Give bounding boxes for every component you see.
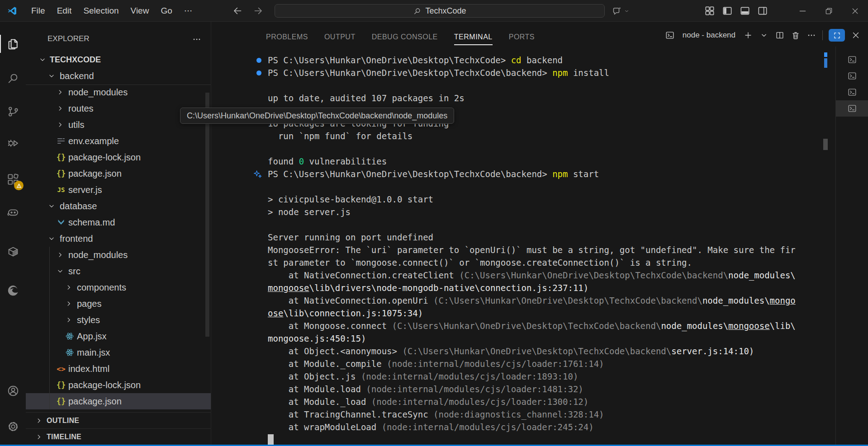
explorer-more-actions-icon[interactable] [192,34,202,44]
terminal-tab-4[interactable] [836,100,868,117]
tree-item-node_modules[interactable]: node_modules [26,84,211,100]
activity-source-control[interactable] [0,101,26,122]
sidebar-scrollbar[interactable] [205,93,209,337]
terminal-tab-2[interactable] [836,68,868,84]
section-timeline[interactable]: TIMELINE [26,428,211,445]
close-panel-icon[interactable] [851,30,861,40]
split-terminal-icon[interactable] [775,30,785,40]
tree-item-server.js[interactable]: JSserver.js [26,182,211,198]
activity-settings[interactable] [0,416,26,437]
menu-more[interactable]: ⋯ [178,0,199,22]
activity-search[interactable] [0,67,26,89]
customize-layout-icon[interactable] [704,5,716,17]
terminal-content[interactable]: PS C:\Users\Hunkar\OneDrive\Desktop\Tech… [212,47,835,446]
panel-tab-terminal[interactable]: TERMINAL [454,28,493,47]
command-decoration-icon[interactable] [256,70,261,75]
file-link[interactable]: mongo [770,296,796,305]
terminal-cursor [268,434,274,445]
file-link[interactable]: mongoose [728,321,770,331]
terminal-line: at NativeConnection.createClient (C:\Use… [212,269,835,282]
activity-copilot[interactable] [0,202,26,223]
menu-file[interactable]: File [25,0,51,22]
terminal-picker-icon[interactable] [759,30,769,40]
terminal-tab-3[interactable] [836,84,868,100]
activity-explorer[interactable] [0,33,26,55]
terminal-tab-1[interactable] [836,52,868,68]
file-link[interactable]: ose [268,308,283,318]
activity-accounts[interactable] [0,380,26,402]
tree-item-label: node_modules [68,247,128,263]
title-bar: FileEditSelectionViewGo⋯ TechxCode [0,0,868,22]
activity-containers[interactable] [0,241,26,263]
tree-item-label: routes [68,100,94,117]
terminal-text: (C:\Users\Hunkar\OneDrive\Desktop\TechxC… [433,296,702,305]
activity-edge-tools[interactable] [0,280,26,301]
tree-item-label: package.json [68,165,122,182]
menu-selection[interactable]: Selection [77,0,124,22]
tree-item-node_modules[interactable]: node_modules [26,247,211,263]
menu-go[interactable]: Go [155,0,178,22]
activity-run-and-debug[interactable] [0,132,26,154]
tree-item-schema.md[interactable]: schema.md [26,214,211,230]
toggle-secondary-sidebar-icon[interactable] [757,5,768,17]
terminal-text: run `npm fund` for details [268,131,413,141]
menu-view[interactable]: View [125,0,155,22]
restore-panel-size-button[interactable] [829,29,845,42]
tree-item-label: server.js [68,182,102,198]
tree-item-database[interactable]: database [26,198,211,214]
json-file-icon: {} [56,380,66,390]
tree-item-package.json[interactable]: {}package.json [26,165,211,182]
tree-item-index.html[interactable]: <>index.html [26,361,211,377]
copilot-menu[interactable] [612,4,630,18]
toggle-primary-sidebar-icon[interactable] [721,5,733,17]
tree-item-package-lock.json[interactable]: {}package-lock.json [26,377,211,393]
tree-item-components[interactable]: components [26,279,211,296]
back-arrow-icon[interactable] [232,5,243,17]
panel-tab-debug-console[interactable]: DEBUG CONSOLE [372,28,438,47]
tree-item-src[interactable]: src [26,263,211,279]
minimize-button[interactable] [789,0,816,22]
tree-root[interactable]: TECHXCODE [26,52,211,68]
toggle-panel-icon[interactable] [739,5,751,17]
tree-item-package-lock.json[interactable]: {}package-lock.json [26,149,211,165]
tree-item-main.jsx[interactable]: main.jsx [26,344,211,361]
tree-item-pages[interactable]: pages [26,296,211,312]
react-file-icon [65,331,75,341]
section-outline[interactable]: OUTLINE [26,412,211,428]
panel-tab-output[interactable]: OUTPUT [324,28,356,47]
tree-item-package.json[interactable]: {}package.json [26,393,211,409]
tree-item-backend[interactable]: backend [26,68,211,84]
path-tooltip: C:\Users\Hunkar\OneDrive\Desktop\TechxCo… [180,108,454,124]
terminal-text: at TracingChannel.traceSync [268,409,433,419]
restore-button[interactable] [816,0,842,22]
panel-tab-ports[interactable]: PORTS [509,28,535,47]
command-decoration-icon[interactable] [256,58,261,63]
menu-edit[interactable]: Edit [51,0,78,22]
tree-item-frontend[interactable]: frontend [26,230,211,247]
tree-item-App.jsx[interactable]: App.jsx [26,328,211,344]
panel-tab-problems[interactable]: PROBLEMS [266,28,308,47]
close-window-button[interactable] [842,0,868,22]
file-link[interactable]: mongoose [268,283,309,293]
more-actions-icon[interactable] [806,30,816,40]
terminal-line: PS C:\Users\Hunkar\OneDrive\Desktop\Tech… [212,66,835,79]
terminal-text: at Object.<anonymous> [268,346,402,356]
new-terminal-icon[interactable] [743,30,753,40]
terminal-scrollbar[interactable] [823,139,828,150]
terminal-line: Server running on port undefined [212,231,835,244]
tree-item-env.example[interactable]: env.example [26,133,211,149]
tree-item-styles[interactable]: styles [26,312,211,328]
section-label: OUTLINE [47,413,79,429]
command-center-search[interactable]: TechxCode [275,4,605,18]
terminal-line [212,218,835,231]
terminal-text: MongooseError: The `uri` parameter to `o… [268,245,796,255]
forward-arrow-icon[interactable] [252,5,264,17]
bottom-panel: PROBLEMSOUTPUTDEBUG CONSOLETERMINALPORTS… [212,22,868,446]
terminal-text: (C:\Users\Hunkar\OneDrive\Desktop\TechxC… [392,321,661,331]
ai-command-decoration-icon[interactable] [253,170,262,178]
activity-extensions[interactable] [0,169,26,190]
kill-terminal-icon[interactable] [791,30,801,40]
terminal-line: mongoose.js:450:15) [212,332,835,345]
section-label: TIMELINE [47,429,81,445]
explorer-sidebar: EXPLORER TECHXCODE backendnode_modulesro… [26,22,211,446]
